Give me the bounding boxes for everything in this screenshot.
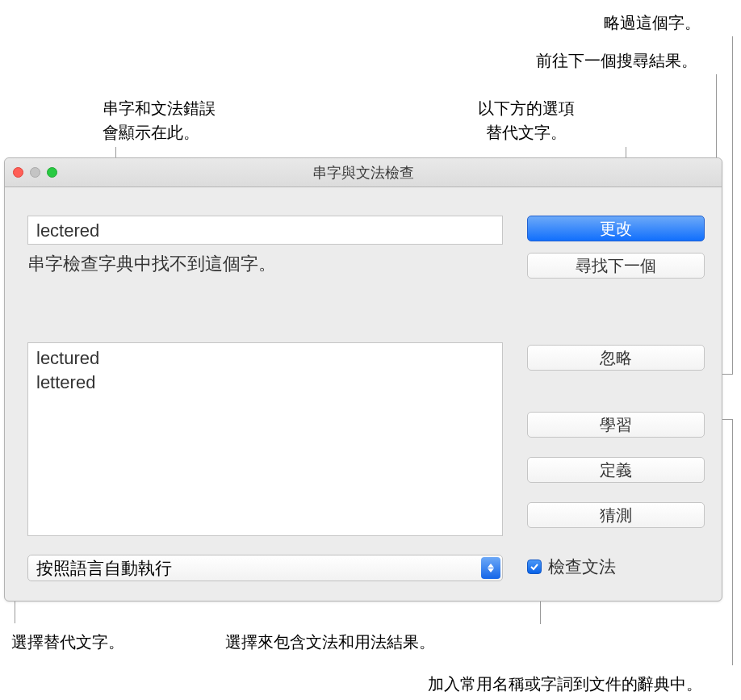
zoom-button[interactable] xyxy=(47,167,57,178)
minimize-button[interactable] xyxy=(30,167,40,178)
traffic-lights xyxy=(13,167,57,178)
spelling-grammar-dialog: 串字與文法檢查 lectered 串字檢查字典中找不到這個字。 lectured… xyxy=(4,157,722,601)
suggestions-list[interactable]: lectured lettered xyxy=(27,342,503,536)
suggestion-item[interactable]: lectured xyxy=(35,346,496,371)
guess-button[interactable]: 猜測 xyxy=(527,502,705,528)
callout-goto-next: 前往下一個搜尋結果。 xyxy=(536,48,697,73)
leader-line xyxy=(732,419,733,665)
grammar-checkbox-label: 檢查文法 xyxy=(548,555,616,578)
status-text: 串字檢查字典中找不到這個字。 xyxy=(27,252,276,276)
suggestion-item[interactable]: lettered xyxy=(35,371,496,395)
find-next-button[interactable]: 尋找下一個 xyxy=(527,253,705,279)
close-button[interactable] xyxy=(13,167,23,178)
callout-add-dict: 加入常用名稱或字詞到文件的辭典中。 xyxy=(428,672,702,696)
dialog-body: lectered 串字檢查字典中找不到這個字。 lectured lettere… xyxy=(5,187,722,601)
dropdown-arrows-icon xyxy=(481,557,500,579)
grammar-checkbox[interactable] xyxy=(527,560,542,574)
callout-errors-here: 串字和文法錯誤 會顯示在此。 xyxy=(103,96,216,145)
change-button[interactable]: 更改 xyxy=(527,216,705,241)
define-button[interactable]: 定義 xyxy=(527,457,705,483)
window-title: 串字與文法檢查 xyxy=(312,163,414,182)
learn-button[interactable]: 學習 xyxy=(527,412,705,438)
callout-replace: 以下方的選項 替代文字。 xyxy=(478,96,575,145)
callout-select-replacement: 選擇替代文字。 xyxy=(11,630,124,654)
ignore-button[interactable]: 忽略 xyxy=(527,345,705,371)
language-dropdown[interactable]: 按照語言自動執行 xyxy=(27,555,503,581)
callout-include-grammar: 選擇來包含文法和用法結果。 xyxy=(225,630,435,654)
leader-line xyxy=(732,36,733,374)
dropdown-label: 按照語言自動執行 xyxy=(36,557,172,580)
titlebar: 串字與文法檢查 xyxy=(5,158,722,187)
grammar-checkbox-container[interactable]: 檢查文法 xyxy=(527,555,616,578)
callout-skip: 略過這個字。 xyxy=(604,10,701,35)
mistake-input[interactable]: lectered xyxy=(27,216,503,245)
